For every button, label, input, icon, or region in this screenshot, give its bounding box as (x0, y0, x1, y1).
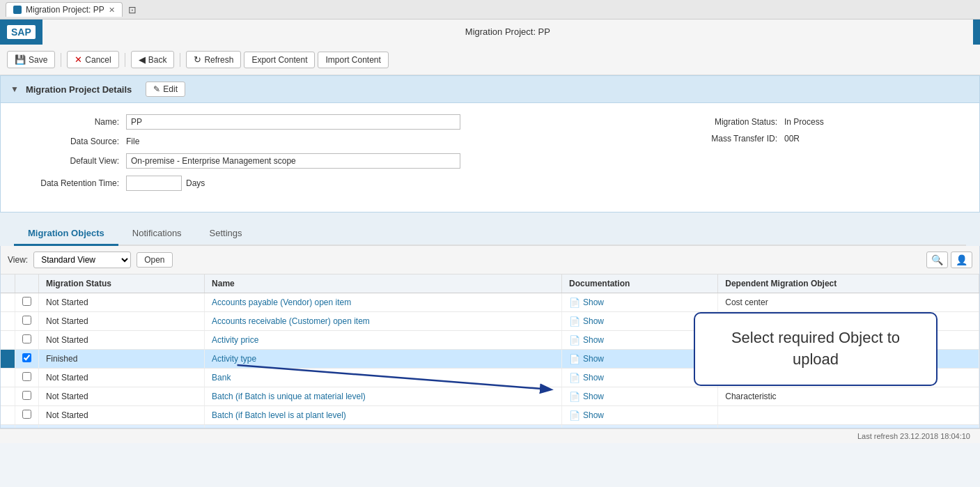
doc-icon: 📄 (569, 373, 580, 383)
doc-cell[interactable]: 📄Show (561, 425, 717, 428)
mass-transfer-label: Mass Transfer ID: (687, 134, 784, 144)
doc-show-link[interactable]: 📄Show (569, 297, 604, 308)
doc-show-link[interactable]: 📄Show (569, 392, 604, 402)
row-checkbox-cell[interactable] (15, 312, 39, 331)
show-link[interactable]: Show (583, 316, 604, 326)
row-checkbox[interactable] (22, 353, 31, 362)
default-view-input[interactable] (126, 153, 460, 169)
name-cell[interactable]: Batch (if Batch is unique at material le… (205, 387, 562, 406)
row-checkbox-cell[interactable] (15, 425, 39, 428)
open-button[interactable]: Open (137, 252, 172, 268)
section-header[interactable]: ▼ Migration Project Details ✎ Edit (0, 75, 980, 103)
col-marker (1, 275, 15, 293)
row-checkbox[interactable] (22, 410, 31, 419)
dependent-cell (718, 406, 979, 425)
name-link[interactable]: Activity price (212, 335, 258, 345)
section-title: Migration Project Details (26, 84, 132, 95)
dependent-cell: Characteristic (718, 387, 979, 406)
tab-settings[interactable]: Settings (196, 222, 256, 246)
tooltip-text: Select required Object toupload (731, 329, 900, 368)
view-select[interactable]: Standard View Compact View Custom View (33, 252, 131, 268)
tab-close-icon[interactable]: ✕ (109, 6, 115, 15)
col-checkbox (15, 275, 39, 293)
status-cell: Not Started (39, 293, 205, 312)
row-checkbox[interactable] (22, 334, 31, 343)
refresh-button[interactable]: ↻ Refresh (186, 51, 241, 68)
name-input[interactable] (126, 114, 460, 130)
separator-1 (61, 53, 61, 67)
name-cell[interactable]: Bill of material (205, 425, 562, 428)
row-checkbox[interactable] (22, 372, 31, 381)
doc-cell[interactable]: 📄Show (561, 293, 717, 312)
name-link[interactable]: Accounts receivable (Customer) open item (212, 316, 370, 326)
show-link[interactable]: Show (583, 373, 604, 382)
tab-migration-objects[interactable]: Migration Objects (14, 222, 118, 246)
show-link[interactable]: Show (583, 297, 604, 307)
status-cell: In Process (39, 425, 205, 428)
browser-tab[interactable]: Migration Project: PP ✕ (6, 2, 123, 17)
col-migration-status: Migration Status (39, 275, 205, 293)
row-marker-cell (1, 331, 15, 350)
doc-show-link[interactable]: 📄Show (569, 316, 604, 327)
cancel-button[interactable]: ✕ Cancel (67, 51, 118, 68)
row-checkbox[interactable] (22, 316, 31, 325)
row-checkbox-cell[interactable] (15, 293, 39, 312)
browser-reload-icon[interactable]: ⊡ (128, 4, 137, 15)
doc-show-link[interactable]: 📄Show (569, 410, 604, 421)
data-retention-input[interactable] (126, 176, 182, 191)
doc-show-link[interactable]: 📄Show (569, 335, 604, 346)
doc-icon: 📄 (569, 392, 580, 402)
name-cell[interactable]: Activity price (205, 331, 562, 350)
name-cell[interactable]: Bank (205, 369, 562, 387)
row-checkbox[interactable] (22, 297, 31, 306)
back-button[interactable]: ◀ Back (131, 51, 175, 68)
name-link[interactable]: Activity type (212, 354, 256, 364)
row-checkbox-cell[interactable] (15, 331, 39, 350)
name-link[interactable]: Batch (if Batch is unique at material le… (212, 392, 366, 401)
doc-cell[interactable]: 📄Show (561, 387, 717, 406)
table-wrapper[interactable]: Migration Status Name Documentation Depe… (1, 275, 979, 428)
row-checkbox-cell[interactable] (15, 406, 39, 425)
name-cell[interactable]: Batch (if Batch level is at plant level) (205, 406, 562, 425)
data-retention-label: Data Retention Time: (15, 178, 126, 188)
doc-show-link[interactable]: 📄Show (569, 373, 604, 383)
search-icon-button[interactable]: 🔍 (926, 252, 948, 268)
row-checkbox[interactable] (22, 391, 31, 400)
collapse-icon[interactable]: ▼ (10, 84, 19, 94)
doc-cell[interactable]: 📄Show (561, 406, 717, 425)
table-row[interactable]: In ProcessBill of material📄Show (1, 425, 979, 428)
tab-notifications[interactable]: Notifications (118, 222, 196, 246)
table-row[interactable]: Not StartedBatch (if Batch level is at p… (1, 406, 979, 425)
row-checkbox-cell[interactable] (15, 387, 39, 406)
form-area: Name: Data Source: File Default View: Da… (0, 103, 980, 212)
export-button[interactable]: Export Content (244, 52, 315, 68)
table-area: View: Standard View Compact View Custom … (0, 246, 980, 428)
name-link[interactable]: Bank (212, 373, 231, 382)
row-marker-cell (1, 350, 15, 369)
import-button[interactable]: Import Content (318, 52, 388, 68)
name-link[interactable]: Batch (if Batch level is at plant level) (212, 410, 346, 420)
name-cell[interactable]: Accounts payable (Vendor) open item (205, 293, 562, 312)
name-link[interactable]: Accounts payable (Vendor) open item (212, 297, 351, 307)
browser-tab-bar: Migration Project: PP ✕ ⊡ (0, 0, 980, 20)
name-cell[interactable]: Accounts receivable (Customer) open item (205, 312, 562, 331)
refresh-icon: ↻ (194, 54, 201, 65)
footer: Last refresh 23.12.2018 18:04:10 (0, 428, 980, 443)
back-icon: ◀ (139, 54, 146, 65)
table-row[interactable]: Not StartedAccounts payable (Vendor) ope… (1, 293, 979, 312)
row-marker-cell (1, 312, 15, 331)
person-icon-button[interactable]: 👤 (951, 252, 972, 268)
row-checkbox-cell[interactable] (15, 369, 39, 387)
name-row: Name: (15, 114, 687, 130)
edit-button[interactable]: ✎ Edit (146, 82, 185, 97)
table-row[interactable]: Not StartedBatch (if Batch is unique at … (1, 387, 979, 406)
doc-show-link[interactable]: 📄Show (569, 354, 604, 364)
show-link[interactable]: Show (583, 335, 604, 345)
row-checkbox-cell[interactable] (15, 350, 39, 369)
name-cell[interactable]: Activity type (205, 350, 562, 369)
show-link[interactable]: Show (583, 354, 604, 364)
save-button[interactable]: 💾 Save (7, 51, 55, 68)
show-link[interactable]: Show (583, 392, 604, 401)
days-label: Days (186, 178, 205, 188)
show-link[interactable]: Show (583, 410, 604, 420)
